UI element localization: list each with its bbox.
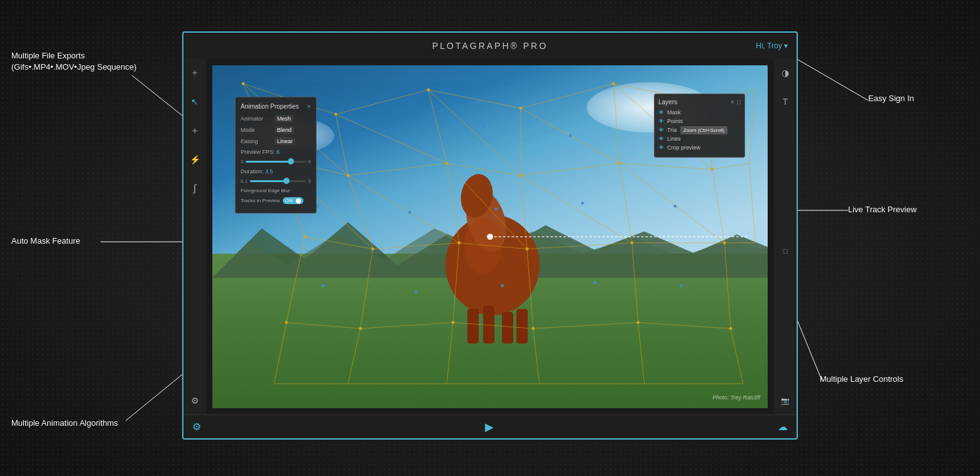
annotation-text: Multiple Animation Algorithms	[11, 418, 118, 428]
play-btn[interactable]: ▶	[485, 420, 494, 434]
layer-name-tria: Tria	[667, 127, 677, 133]
svg-line-45	[619, 163, 632, 243]
duration-slider[interactable]	[250, 180, 305, 182]
svg-line-34	[749, 90, 756, 163]
eye-mask[interactable]: 👁	[658, 109, 664, 116]
tracks-value: ON	[285, 198, 293, 203]
svg-point-103	[723, 241, 726, 244]
svg-line-43	[447, 163, 459, 243]
share-btn[interactable]: ☁	[778, 421, 788, 433]
svg-point-87	[334, 113, 337, 116]
tool-add2[interactable]: ✛	[186, 122, 204, 139]
tool-contrast[interactable]: ◑	[776, 64, 794, 82]
tool-text[interactable]: T	[776, 93, 794, 111]
duration-slider-row: 0.1 5	[241, 178, 311, 184]
canvas-area: Photo: Trey Ratcliff Animation Propertie…	[206, 59, 774, 414]
svg-line-63	[533, 323, 638, 329]
svg-point-109	[729, 327, 732, 330]
mode-value[interactable]: Blend	[275, 126, 294, 134]
fps-slider[interactable]	[246, 161, 305, 163]
svg-point-99	[371, 247, 374, 251]
layer-name-crop: Crop preview	[667, 144, 700, 151]
easing-label: Easing	[241, 138, 272, 144]
svg-point-101	[525, 247, 528, 251]
duration-label-text: Duration:	[241, 168, 264, 175]
settings-btn[interactable]: ⚙	[192, 421, 201, 433]
layers-copy-icon[interactable]: □	[737, 99, 741, 105]
svg-point-105	[359, 327, 362, 330]
svg-point-90	[612, 82, 615, 85]
svg-line-58	[632, 243, 638, 323]
svg-point-104	[285, 321, 288, 324]
svg-point-111	[389, 138, 393, 141]
svg-point-88	[427, 89, 430, 92]
app-title: PLOTAGRAPH® PRO	[432, 41, 548, 51]
svg-line-66	[348, 328, 361, 384]
svg-point-116	[408, 211, 411, 214]
fps-label-row: Preview FPS: 6	[241, 149, 311, 155]
svg-line-83	[447, 163, 527, 249]
layer-mask: 👁 Mask	[658, 109, 741, 116]
annotation-text: Multiple File Exports (Gifs•.MP4•.MOV•Jp…	[11, 51, 136, 72]
svg-line-68	[533, 328, 540, 384]
easing-value[interactable]: Linear	[275, 138, 295, 145]
svg-line-38	[521, 163, 619, 176]
fps-slider-row: 3 6	[241, 159, 311, 165]
svg-line-59	[724, 243, 731, 329]
tool-add[interactable]: ＋	[186, 64, 204, 82]
eye-tria[interactable]: 👁	[658, 127, 664, 133]
svg-point-113	[569, 134, 572, 138]
svg-point-102	[630, 241, 633, 244]
tool-camera[interactable]: 📷	[776, 392, 794, 409]
annotation-multiple-animation: Multiple Animation Algorithms	[11, 418, 118, 429]
svg-line-48	[305, 237, 373, 249]
duration-label: Duration: 3.5	[241, 168, 273, 175]
svg-line-67	[447, 323, 453, 384]
animator-value[interactable]: Mesh	[275, 115, 293, 122]
app-window: PLOTAGRAPH® PRO Hi, Troy ▾ ＋ ↖ ✛ ⚡ ∫ ⚙	[182, 31, 798, 440]
svg-line-23	[335, 90, 428, 114]
tool-curve[interactable]: ∫	[186, 180, 204, 197]
svg-line-30	[428, 90, 447, 163]
svg-point-95	[520, 174, 523, 177]
easing-row: Easing Linear	[241, 138, 311, 145]
annotation-text: Multiple Layer Controls	[820, 374, 903, 384]
tool-crop[interactable]: □	[776, 242, 794, 260]
bottom-bar: ⚙ ▶ ☁	[183, 414, 797, 438]
animation-properties-panel: Animation Properties × Animator Mesh Mod…	[235, 97, 317, 214]
svg-point-117	[494, 208, 498, 211]
svg-line-25	[521, 84, 613, 108]
panel-title: Animation Properties	[241, 103, 299, 110]
layers-close-btn[interactable]: ×	[731, 98, 734, 105]
tracks-row: Tracks in Preview ON	[241, 197, 311, 204]
eye-crop[interactable]: 👁	[658, 144, 664, 151]
animator-label: Animator	[241, 116, 272, 122]
svg-line-65	[274, 323, 286, 384]
panel-close-btn[interactable]: ×	[307, 102, 311, 110]
eye-points[interactable]: 👁	[658, 118, 664, 124]
svg-line-39	[619, 163, 712, 170]
svg-line-54	[286, 237, 305, 323]
zoom-tooltip: Zoom (Ctrl+Scroll)	[680, 126, 727, 134]
tool-select[interactable]: ↖	[186, 93, 204, 111]
user-greeting[interactable]: Hi, Troy ▾	[756, 41, 788, 50]
svg-point-123	[594, 281, 597, 284]
eye-lines[interactable]: 👁	[658, 136, 664, 142]
tool-settings[interactable]: ⚙	[186, 392, 204, 409]
layers-header: Layers × □	[658, 98, 741, 105]
svg-point-107	[531, 327, 535, 330]
annotation-auto-mask: Auto Mask Feature	[11, 235, 80, 247]
main-content: ＋ ↖ ✛ ⚡ ∫ ⚙	[183, 59, 797, 414]
svg-line-85	[619, 163, 724, 243]
svg-line-47	[749, 163, 756, 243]
svg-point-97	[710, 168, 714, 171]
svg-point-86	[242, 82, 245, 85]
svg-line-46	[712, 170, 725, 243]
svg-point-100	[457, 241, 460, 244]
svg-line-42	[348, 176, 373, 249]
svg-line-40	[712, 163, 749, 170]
tool-bolt[interactable]: ⚡	[186, 151, 204, 168]
fps-min: 3	[241, 159, 243, 165]
tracks-toggle[interactable]: ON	[283, 197, 303, 204]
svg-line-78	[428, 90, 521, 176]
